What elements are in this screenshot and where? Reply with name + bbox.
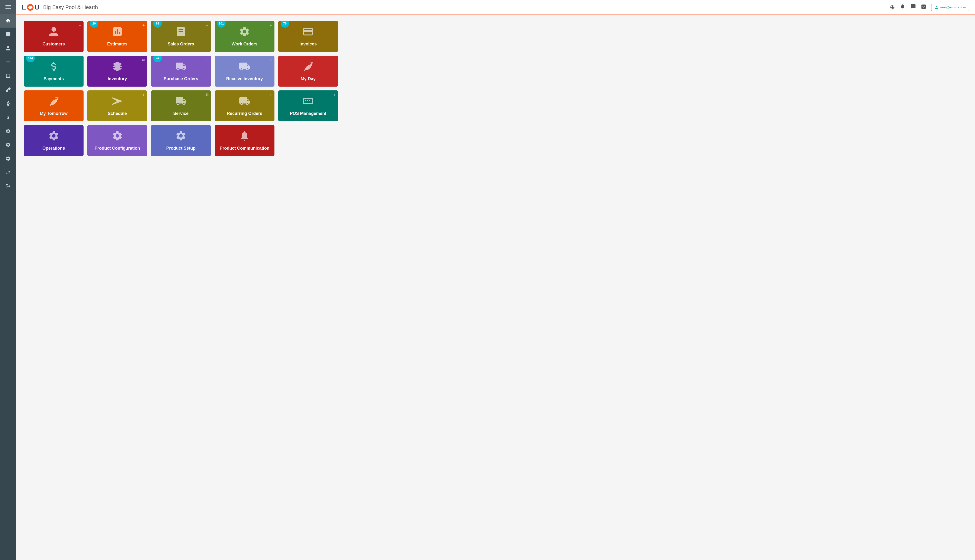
inventory-icon (112, 61, 123, 74)
work-orders-badge: 101 (217, 21, 225, 28)
tile-inventory[interactable]: ⧉ Inventory (87, 56, 147, 87)
product-configuration-icon (112, 130, 123, 144)
tile-schedule[interactable]: + Schedule (87, 90, 147, 121)
tile-work-orders[interactable]: 101 + Work Orders (215, 21, 274, 52)
app-logo: L U (22, 3, 39, 11)
user-button[interactable]: user@evosus.com (931, 4, 969, 11)
svg-rect-0 (5, 5, 11, 6)
pos-management-label: POS Management (290, 111, 326, 116)
recurring-orders-icon (239, 95, 250, 109)
tile-schedule-action: + (142, 93, 145, 97)
header-actions: ⊕ user@evosus.com (890, 3, 969, 11)
my-day-label: My Day (301, 76, 316, 82)
tile-estimates[interactable]: 20 + Estimates (87, 21, 147, 52)
product-configuration-label: Product Configuration (95, 146, 140, 151)
logo-leaf-icon (27, 4, 33, 11)
tile-receive-inventory[interactable]: + Receive Inventory (215, 56, 274, 87)
main-content: L U Big Easy Pool & Hearth ⊕ user@evosus… (16, 0, 975, 560)
tile-product-communication[interactable]: Product Communication (215, 125, 274, 156)
checklist-icon[interactable] (921, 4, 927, 11)
tile-sales-orders-action: + (206, 23, 209, 28)
svg-rect-1 (5, 7, 11, 7)
work-orders-label: Work Orders (232, 42, 257, 47)
inventory-label: Inventory (108, 76, 127, 82)
tile-pos-management[interactable]: + POS Management (278, 90, 338, 121)
sidebar (0, 0, 16, 560)
estimates-icon (112, 26, 123, 40)
sidebar-settings1[interactable] (0, 124, 16, 138)
bell-icon[interactable] (900, 4, 905, 11)
sidebar-settings2[interactable] (0, 138, 16, 152)
sidebar-home[interactable] (0, 14, 16, 28)
product-setup-label: Product Setup (166, 146, 195, 151)
my-day-icon (302, 61, 314, 74)
tile-purchase-orders[interactable]: 47 + Purchase Orders (151, 56, 211, 87)
tile-receive-inventory-action: + (269, 58, 272, 62)
tile-service[interactable]: ⧉ Service (151, 90, 211, 121)
logo-text-l: L (22, 3, 26, 11)
purchase-orders-icon (175, 61, 187, 74)
invoices-label: Invoices (299, 42, 317, 47)
receive-inventory-icon (239, 61, 250, 74)
sidebar-inbox[interactable] (0, 69, 16, 83)
receive-inventory-label: Receive Inventory (226, 76, 263, 82)
sales-orders-label: Sales Orders (168, 42, 194, 47)
sales-orders-badge: 88 (153, 21, 162, 28)
sidebar-road[interactable] (0, 97, 16, 110)
tile-inventory-action: ⧉ (142, 58, 145, 62)
tile-my-day[interactable]: My Day (278, 56, 338, 87)
tile-invoices[interactable]: 76 Invoices (278, 21, 338, 52)
estimates-label: Estimates (107, 42, 127, 47)
payments-icon (48, 61, 60, 74)
product-communication-icon (239, 130, 250, 144)
app-title: Big Easy Pool & Hearth (43, 4, 98, 10)
sidebar-dollar[interactable] (0, 110, 16, 124)
tiles-grid: + Customers 20 + Estimates 88 + (24, 21, 338, 156)
tile-my-tomorrow[interactable]: My Tomorrow (24, 90, 83, 121)
product-communication-label: Product Communication (220, 146, 269, 151)
tile-sales-orders[interactable]: 88 + Sales Orders (151, 21, 211, 52)
tile-payments-action: + (79, 58, 82, 62)
sidebar-list[interactable] (0, 55, 16, 69)
tile-pos-management-action: + (333, 93, 336, 97)
tile-customers-action: + (79, 23, 82, 28)
tile-product-configuration[interactable]: Product Configuration (87, 125, 147, 156)
estimates-badge: 20 (90, 21, 99, 28)
tile-customers[interactable]: + Customers (24, 21, 83, 52)
sidebar-chat[interactable] (0, 28, 16, 42)
tile-product-setup[interactable]: Product Setup (151, 125, 211, 156)
pos-management-icon (302, 95, 314, 109)
tile-operations[interactable]: Operations (24, 125, 83, 156)
dashboard: + Customers 20 + Estimates 88 + (16, 15, 975, 560)
schedule-icon (112, 95, 123, 109)
payments-label: Payments (43, 76, 64, 82)
operations-label: Operations (42, 146, 65, 151)
service-label: Service (173, 111, 189, 116)
customers-icon (48, 26, 60, 40)
tile-recurring-orders-action: + (269, 93, 272, 97)
sidebar-person[interactable] (0, 42, 16, 55)
schedule-label: Schedule (108, 111, 127, 116)
tile-estimates-action: + (142, 23, 145, 28)
sidebar-transfer[interactable] (0, 165, 16, 179)
tile-payments[interactable]: 144 + Payments (24, 56, 83, 87)
product-setup-icon (175, 130, 187, 144)
sidebar-logout[interactable] (0, 179, 16, 193)
tile-work-orders-action: + (269, 23, 272, 28)
sidebar-menu[interactable] (0, 0, 16, 14)
my-tomorrow-label: My Tomorrow (40, 111, 68, 116)
service-icon (175, 95, 187, 109)
tile-service-action: ⧉ (206, 93, 209, 97)
sidebar-wrench[interactable] (0, 83, 16, 97)
user-email: user@evosus.com (940, 5, 966, 9)
add-icon[interactable]: ⊕ (890, 3, 895, 11)
work-orders-icon (239, 26, 250, 40)
sidebar-settings3[interactable] (0, 152, 16, 165)
customers-label: Customers (43, 42, 65, 47)
invoices-badge: 76 (280, 21, 289, 28)
recurring-orders-label: Recurring Orders (227, 111, 262, 116)
invoices-icon (302, 26, 314, 40)
tile-recurring-orders[interactable]: + Recurring Orders (215, 90, 274, 121)
my-tomorrow-icon (48, 95, 60, 109)
message-icon[interactable] (910, 4, 916, 11)
